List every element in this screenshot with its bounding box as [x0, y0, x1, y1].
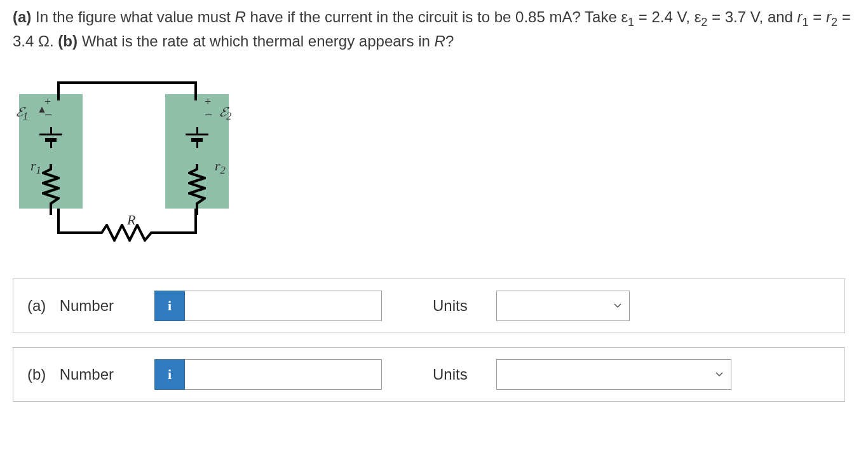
wire	[194, 209, 197, 234]
battery-symbol-right	[181, 127, 213, 148]
question-text: (a) In the figure what value must R have…	[13, 6, 855, 53]
label-emf2: 𝓔2	[219, 104, 231, 123]
battery-symbol-left	[35, 127, 67, 148]
answer-row-a: (a) Number i Units	[13, 279, 845, 333]
part-a-label: (a)	[13, 8, 31, 25]
minus-sign: −	[44, 107, 52, 123]
part-b-label: (b)	[58, 32, 78, 50]
wire	[57, 209, 60, 234]
info-icon[interactable]: i	[154, 291, 185, 321]
circuit-figure: 𝓔1 ▲ 𝓔2 r1 r2 R + − + −	[19, 69, 248, 247]
units-label-a: Units	[433, 297, 484, 315]
wire	[57, 231, 95, 234]
part-label-b: (b) Number	[27, 366, 142, 383]
wire	[159, 231, 197, 234]
info-icon[interactable]: i	[154, 359, 185, 390]
number-input-group-a: i	[154, 291, 382, 321]
units-select-a[interactable]	[496, 291, 630, 321]
label-r2: r2	[215, 158, 226, 177]
wire	[194, 81, 197, 100]
units-select-b[interactable]	[496, 359, 731, 390]
resistor-r1	[42, 164, 60, 215]
units-label-b: Units	[433, 366, 484, 383]
answer-row-b: (b) Number i Units	[13, 347, 845, 402]
label-emf1: 𝓔1	[16, 104, 28, 123]
label-R: R	[127, 212, 135, 228]
part-label-a: (a) Number	[27, 297, 142, 315]
number-input-b[interactable]	[185, 359, 382, 390]
minus-sign: −	[205, 107, 212, 123]
number-input-group-b: i	[154, 359, 382, 390]
label-r1: r1	[31, 158, 41, 177]
wire	[57, 81, 60, 100]
resistor-r2	[188, 164, 206, 215]
wire	[57, 81, 197, 84]
number-input-a[interactable]	[185, 291, 382, 321]
